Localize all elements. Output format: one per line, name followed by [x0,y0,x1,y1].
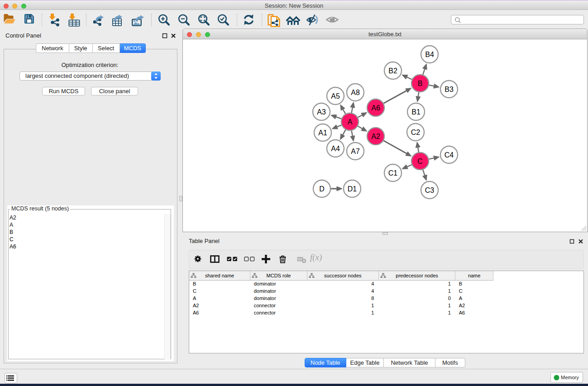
svg-text:A6: A6 [371,104,380,112]
svg-text:A2: A2 [371,133,380,140]
svg-text:C4: C4 [445,151,454,159]
svg-text:B4: B4 [425,51,434,58]
svg-text:A8: A8 [351,89,360,96]
svg-text:C1: C1 [388,169,398,177]
svg-text:C: C [417,157,423,165]
svg-text:A: A [348,118,353,126]
svg-text:D1: D1 [348,185,357,193]
svg-text:A5: A5 [331,92,340,100]
svg-text:B3: B3 [445,86,454,93]
svg-text:C2: C2 [411,129,421,136]
svg-text:A3: A3 [317,108,326,116]
svg-text:A1: A1 [318,129,327,137]
svg-text:C3: C3 [425,186,435,194]
svg-text:B1: B1 [411,108,421,116]
svg-text:B: B [418,80,423,87]
svg-text:A4: A4 [331,145,340,152]
svg-text:D: D [319,185,325,193]
svg-text:B2: B2 [388,67,397,75]
svg-text:A7: A7 [351,148,360,155]
